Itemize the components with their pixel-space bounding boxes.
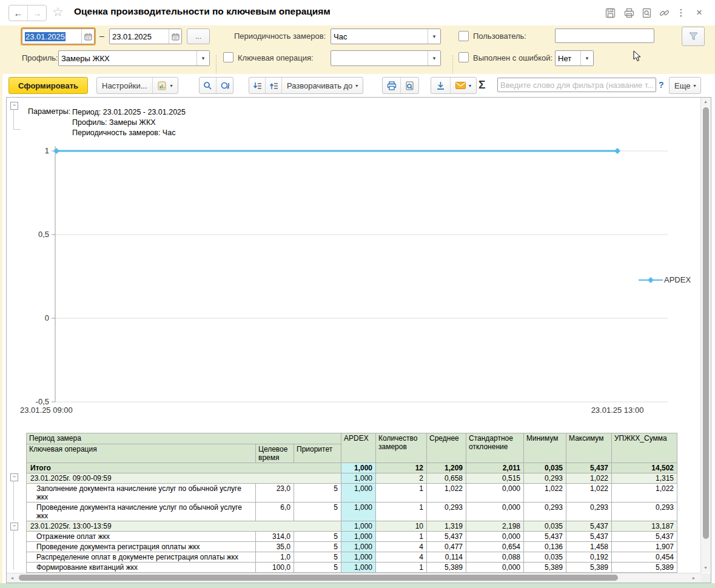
period-more-button[interactable]: ... <box>187 28 210 44</box>
col-header-operation[interactable]: Ключевая операция <box>27 444 256 463</box>
search-next-button[interactable] <box>216 78 233 93</box>
table-cell[interactable]: 5 <box>294 532 341 542</box>
table-row[interactable]: 23.01.2025г. 13:00-13:591,000101,3192,19… <box>27 521 677 532</box>
totals-button[interactable]: Σ <box>478 78 485 92</box>
link-button[interactable] <box>658 7 670 19</box>
table-cell[interactable]: 5 <box>294 542 341 552</box>
table-cell[interactable]: 0,000 <box>466 503 524 521</box>
col-header-sum[interactable]: УПЖКХ_Сумма <box>612 433 677 463</box>
table-cell[interactable]: 6,0 <box>256 503 294 521</box>
table-cell[interactable]: 5 <box>294 552 341 563</box>
profile-dropdown-button[interactable]: ▾ <box>196 51 209 65</box>
table-cell[interactable]: 5,437 <box>612 532 677 542</box>
col-header-max[interactable]: Максимум <box>566 433 612 463</box>
expand-groups-button[interactable] <box>265 78 281 93</box>
table-cell[interactable]: 1,319 <box>427 521 466 532</box>
table-row[interactable]: Итого1,000121,2092,0110,0355,43714,502 <box>27 463 677 473</box>
settings-button[interactable]: Настройки... <box>97 78 152 93</box>
col-header-count[interactable]: Количество замеров <box>376 433 427 463</box>
table-cell[interactable]: 0,000 <box>466 532 524 542</box>
table-cell[interactable]: 1,022 <box>612 484 677 503</box>
send-email-button[interactable]: ▾ <box>450 78 476 93</box>
scroll-left-icon[interactable]: ◂ <box>9 576 15 581</box>
table-cell[interactable]: 0,293 <box>524 503 566 521</box>
table-cell[interactable]: 0,293 <box>427 503 466 521</box>
table-row[interactable]: 23.01.2025г. 09:00-09:591,00020,6580,515… <box>27 473 677 484</box>
table-cell[interactable]: Формирование квитанций жкх <box>27 563 256 573</box>
table-cell[interactable]: 23.01.2025г. 13:00-13:59 <box>27 521 341 532</box>
table-cell[interactable]: Проведение документа начисление услуг по… <box>27 503 256 521</box>
table-cell[interactable]: Итого <box>27 463 341 473</box>
periodicity-combo[interactable]: Час ▾ <box>331 28 441 44</box>
table-cell[interactable]: 0,293 <box>612 503 677 521</box>
date-to-calendar-button[interactable] <box>169 29 181 44</box>
table-cell[interactable]: 1,458 <box>566 542 612 552</box>
table-cell[interactable]: 1,022 <box>566 484 612 503</box>
table-cell[interactable]: 1 <box>376 503 427 521</box>
profile-combo[interactable]: Замеры ЖКХ ▾ <box>58 50 210 66</box>
table-cell[interactable]: 1,000 <box>341 521 376 532</box>
filter-settings-button[interactable] <box>682 27 705 46</box>
table-cell[interactable]: 5,437 <box>566 532 612 542</box>
key-operation-checkbox[interactable] <box>223 52 233 62</box>
table-cell[interactable]: 0,515 <box>466 473 524 484</box>
more-actions-button[interactable]: Еще ▾ <box>670 78 700 93</box>
user-input[interactable] <box>555 28 654 43</box>
group-collapse-toggle[interactable]: − <box>10 473 18 481</box>
table-row[interactable]: Проведение документа регистрация оплаты … <box>27 542 677 552</box>
back-button[interactable]: ← <box>9 5 27 21</box>
table-cell[interactable]: 1,000 <box>341 484 376 503</box>
table-cell[interactable]: 1 <box>376 532 427 542</box>
table-cell[interactable]: 5 <box>294 503 341 521</box>
table-cell[interactable]: 1,000 <box>341 473 376 484</box>
table-cell[interactable]: Проведение документа регистрация оплаты … <box>27 542 256 552</box>
table-cell[interactable]: 0,658 <box>427 473 466 484</box>
table-cell[interactable]: 1,315 <box>612 473 677 484</box>
table-cell[interactable]: 1,907 <box>612 542 677 552</box>
table-cell[interactable]: Распределение оплат в документе регистра… <box>27 552 256 563</box>
forward-button[interactable]: → <box>27 5 46 21</box>
table-cell[interactable]: 4 <box>376 552 427 563</box>
table-row[interactable]: Проведение документа начисление услуг по… <box>27 503 677 521</box>
print-button[interactable] <box>623 7 635 19</box>
table-cell[interactable]: 1,022 <box>427 484 466 503</box>
table-cell[interactable]: 1 <box>376 563 427 573</box>
table-cell[interactable]: 35,0 <box>256 542 294 552</box>
date-from-calendar-button[interactable] <box>81 29 94 44</box>
table-row[interactable]: Отражение оплат жкх314,051,00015,4370,00… <box>27 532 677 542</box>
table-row[interactable]: Формирование квитанций жкх100,051,00015,… <box>27 563 677 573</box>
table-row[interactable]: Распределение оплат в документе регистра… <box>27 552 677 563</box>
table-cell[interactable]: 1,000 <box>341 552 376 563</box>
table-cell[interactable]: 0,035 <box>524 521 566 532</box>
table-cell[interactable]: 14,502 <box>612 463 677 473</box>
col-header-avg[interactable]: Среднее <box>427 433 466 463</box>
group-collapse-toggle[interactable]: − <box>10 523 18 530</box>
table-cell[interactable]: 5,389 <box>427 563 466 573</box>
table-cell[interactable]: 5 <box>294 484 341 503</box>
table-cell[interactable]: 0,136 <box>524 542 566 552</box>
table-cell[interactable]: 0,000 <box>466 563 524 573</box>
more-menu-button[interactable]: ⋮ <box>675 7 687 19</box>
table-cell[interactable]: 0,035 <box>524 463 566 473</box>
horizontal-scrollbar[interactable]: ◂ ▸ <box>7 573 701 583</box>
report-variants-button[interactable]: ▾ <box>152 78 178 93</box>
error-dropdown-button[interactable]: ▾ <box>580 51 593 65</box>
user-checkbox[interactable] <box>458 31 469 41</box>
help-button[interactable]: ? <box>659 80 664 90</box>
table-cell[interactable]: 0,035 <box>524 552 566 563</box>
table-cell[interactable]: 1,209 <box>427 463 466 473</box>
table-cell[interactable]: 2,011 <box>466 463 524 473</box>
table-cell[interactable]: Отражение оплат жкх <box>27 532 256 542</box>
generate-button[interactable]: Сформировать <box>8 77 88 94</box>
error-checkbox[interactable] <box>458 52 469 62</box>
table-cell[interactable]: 0,000 <box>466 484 524 503</box>
table-cell[interactable]: 1,022 <box>566 473 612 484</box>
table-cell[interactable]: 0,192 <box>566 552 612 563</box>
table-cell[interactable]: 100,0 <box>256 563 294 573</box>
col-header-std[interactable]: Стандартное отклонение <box>466 433 524 463</box>
table-cell[interactable]: 1,022 <box>524 484 566 503</box>
date-to-field[interactable]: 23.01.2025 <box>109 28 182 44</box>
collapse-groups-button[interactable] <box>249 78 265 93</box>
scroll-right-icon[interactable]: ▸ <box>691 576 697 581</box>
table-cell[interactable]: 12 <box>376 463 427 473</box>
